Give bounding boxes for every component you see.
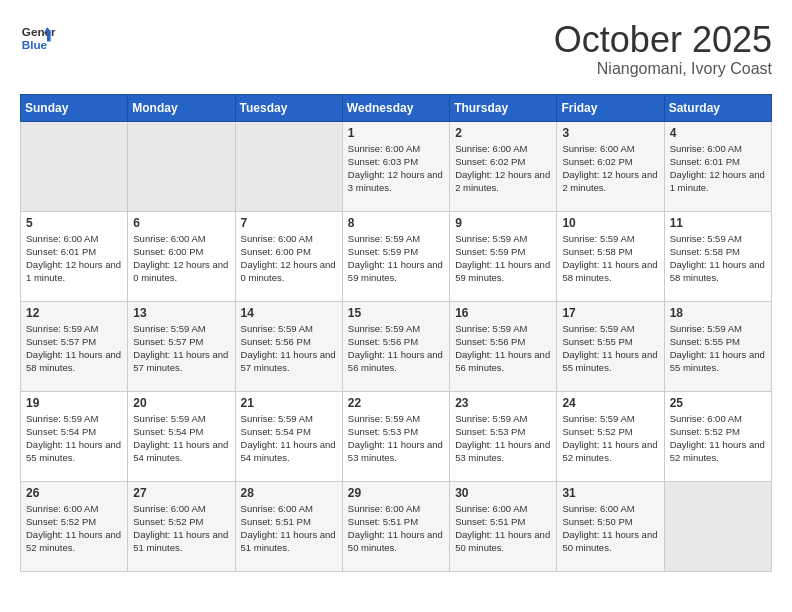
- day-info: Sunrise: 5:59 AM Sunset: 5:54 PM Dayligh…: [241, 412, 337, 465]
- day-info: Sunrise: 5:59 AM Sunset: 5:58 PM Dayligh…: [562, 232, 658, 285]
- day-number: 5: [26, 216, 122, 230]
- week-row-4: 19Sunrise: 5:59 AM Sunset: 5:54 PM Dayli…: [21, 391, 772, 481]
- day-cell: 16Sunrise: 5:59 AM Sunset: 5:56 PM Dayli…: [450, 301, 557, 391]
- day-cell: 20Sunrise: 5:59 AM Sunset: 5:54 PM Dayli…: [128, 391, 235, 481]
- day-cell: 15Sunrise: 5:59 AM Sunset: 5:56 PM Dayli…: [342, 301, 449, 391]
- day-cell: 3Sunrise: 6:00 AM Sunset: 6:02 PM Daylig…: [557, 121, 664, 211]
- day-cell: [235, 121, 342, 211]
- header-monday: Monday: [128, 94, 235, 121]
- logo-icon: General Blue: [20, 20, 56, 56]
- day-cell: [128, 121, 235, 211]
- svg-text:Blue: Blue: [22, 38, 48, 51]
- day-cell: 2Sunrise: 6:00 AM Sunset: 6:02 PM Daylig…: [450, 121, 557, 211]
- day-cell: 24Sunrise: 5:59 AM Sunset: 5:52 PM Dayli…: [557, 391, 664, 481]
- day-cell: 31Sunrise: 6:00 AM Sunset: 5:50 PM Dayli…: [557, 481, 664, 571]
- day-info: Sunrise: 6:00 AM Sunset: 6:02 PM Dayligh…: [562, 142, 658, 195]
- day-info: Sunrise: 6:00 AM Sunset: 5:50 PM Dayligh…: [562, 502, 658, 555]
- day-number: 29: [348, 486, 444, 500]
- day-number: 23: [455, 396, 551, 410]
- header-tuesday: Tuesday: [235, 94, 342, 121]
- day-info: Sunrise: 5:59 AM Sunset: 5:56 PM Dayligh…: [241, 322, 337, 375]
- day-cell: 7Sunrise: 6:00 AM Sunset: 6:00 PM Daylig…: [235, 211, 342, 301]
- day-info: Sunrise: 6:00 AM Sunset: 5:51 PM Dayligh…: [348, 502, 444, 555]
- day-info: Sunrise: 6:00 AM Sunset: 6:00 PM Dayligh…: [241, 232, 337, 285]
- svg-text:General: General: [22, 25, 56, 38]
- day-info: Sunrise: 6:00 AM Sunset: 6:01 PM Dayligh…: [26, 232, 122, 285]
- day-info: Sunrise: 5:59 AM Sunset: 5:54 PM Dayligh…: [26, 412, 122, 465]
- day-info: Sunrise: 6:00 AM Sunset: 5:51 PM Dayligh…: [455, 502, 551, 555]
- day-number: 27: [133, 486, 229, 500]
- day-info: Sunrise: 5:59 AM Sunset: 5:58 PM Dayligh…: [670, 232, 766, 285]
- day-number: 30: [455, 486, 551, 500]
- day-cell: 1Sunrise: 6:00 AM Sunset: 6:03 PM Daylig…: [342, 121, 449, 211]
- day-number: 15: [348, 306, 444, 320]
- day-number: 2: [455, 126, 551, 140]
- day-cell: 12Sunrise: 5:59 AM Sunset: 5:57 PM Dayli…: [21, 301, 128, 391]
- day-number: 11: [670, 216, 766, 230]
- day-cell: 29Sunrise: 6:00 AM Sunset: 5:51 PM Dayli…: [342, 481, 449, 571]
- day-number: 9: [455, 216, 551, 230]
- day-info: Sunrise: 6:00 AM Sunset: 5:52 PM Dayligh…: [26, 502, 122, 555]
- week-row-1: 1Sunrise: 6:00 AM Sunset: 6:03 PM Daylig…: [21, 121, 772, 211]
- day-cell: 10Sunrise: 5:59 AM Sunset: 5:58 PM Dayli…: [557, 211, 664, 301]
- page-header: General Blue October 2025 Niangomani, Iv…: [20, 20, 772, 78]
- calendar-table: SundayMondayTuesdayWednesdayThursdayFrid…: [20, 94, 772, 572]
- day-cell: 18Sunrise: 5:59 AM Sunset: 5:55 PM Dayli…: [664, 301, 771, 391]
- day-cell: 27Sunrise: 6:00 AM Sunset: 5:52 PM Dayli…: [128, 481, 235, 571]
- day-number: 14: [241, 306, 337, 320]
- day-cell: 28Sunrise: 6:00 AM Sunset: 5:51 PM Dayli…: [235, 481, 342, 571]
- day-number: 21: [241, 396, 337, 410]
- week-row-5: 26Sunrise: 6:00 AM Sunset: 5:52 PM Dayli…: [21, 481, 772, 571]
- week-row-2: 5Sunrise: 6:00 AM Sunset: 6:01 PM Daylig…: [21, 211, 772, 301]
- day-number: 17: [562, 306, 658, 320]
- day-cell: 25Sunrise: 6:00 AM Sunset: 5:52 PM Dayli…: [664, 391, 771, 481]
- title-block: October 2025 Niangomani, Ivory Coast: [554, 20, 772, 78]
- day-cell: 5Sunrise: 6:00 AM Sunset: 6:01 PM Daylig…: [21, 211, 128, 301]
- day-info: Sunrise: 6:00 AM Sunset: 5:51 PM Dayligh…: [241, 502, 337, 555]
- day-info: Sunrise: 6:00 AM Sunset: 6:01 PM Dayligh…: [670, 142, 766, 195]
- day-info: Sunrise: 6:00 AM Sunset: 6:02 PM Dayligh…: [455, 142, 551, 195]
- day-cell: 22Sunrise: 5:59 AM Sunset: 5:53 PM Dayli…: [342, 391, 449, 481]
- day-info: Sunrise: 5:59 AM Sunset: 5:54 PM Dayligh…: [133, 412, 229, 465]
- day-number: 10: [562, 216, 658, 230]
- header-sunday: Sunday: [21, 94, 128, 121]
- day-number: 20: [133, 396, 229, 410]
- day-cell: 13Sunrise: 5:59 AM Sunset: 5:57 PM Dayli…: [128, 301, 235, 391]
- calendar-title: October 2025: [554, 20, 772, 60]
- day-number: 18: [670, 306, 766, 320]
- day-info: Sunrise: 5:59 AM Sunset: 5:57 PM Dayligh…: [133, 322, 229, 375]
- day-number: 24: [562, 396, 658, 410]
- day-number: 25: [670, 396, 766, 410]
- day-cell: 30Sunrise: 6:00 AM Sunset: 5:51 PM Dayli…: [450, 481, 557, 571]
- day-info: Sunrise: 5:59 AM Sunset: 5:57 PM Dayligh…: [26, 322, 122, 375]
- day-number: 13: [133, 306, 229, 320]
- day-info: Sunrise: 5:59 AM Sunset: 5:55 PM Dayligh…: [562, 322, 658, 375]
- day-info: Sunrise: 5:59 AM Sunset: 5:55 PM Dayligh…: [670, 322, 766, 375]
- day-number: 22: [348, 396, 444, 410]
- day-info: Sunrise: 5:59 AM Sunset: 5:52 PM Dayligh…: [562, 412, 658, 465]
- week-row-3: 12Sunrise: 5:59 AM Sunset: 5:57 PM Dayli…: [21, 301, 772, 391]
- day-number: 8: [348, 216, 444, 230]
- calendar-header-row: SundayMondayTuesdayWednesdayThursdayFrid…: [21, 94, 772, 121]
- day-number: 19: [26, 396, 122, 410]
- header-friday: Friday: [557, 94, 664, 121]
- day-cell: 11Sunrise: 5:59 AM Sunset: 5:58 PM Dayli…: [664, 211, 771, 301]
- day-number: 4: [670, 126, 766, 140]
- day-cell: 14Sunrise: 5:59 AM Sunset: 5:56 PM Dayli…: [235, 301, 342, 391]
- day-cell: [21, 121, 128, 211]
- day-info: Sunrise: 5:59 AM Sunset: 5:59 PM Dayligh…: [348, 232, 444, 285]
- day-number: 7: [241, 216, 337, 230]
- logo: General Blue: [20, 20, 56, 56]
- day-info: Sunrise: 5:59 AM Sunset: 5:56 PM Dayligh…: [455, 322, 551, 375]
- day-info: Sunrise: 6:00 AM Sunset: 5:52 PM Dayligh…: [670, 412, 766, 465]
- day-cell: 21Sunrise: 5:59 AM Sunset: 5:54 PM Dayli…: [235, 391, 342, 481]
- day-number: 3: [562, 126, 658, 140]
- day-info: Sunrise: 6:00 AM Sunset: 6:00 PM Dayligh…: [133, 232, 229, 285]
- day-number: 1: [348, 126, 444, 140]
- day-number: 26: [26, 486, 122, 500]
- day-info: Sunrise: 5:59 AM Sunset: 5:53 PM Dayligh…: [348, 412, 444, 465]
- day-info: Sunrise: 5:59 AM Sunset: 5:56 PM Dayligh…: [348, 322, 444, 375]
- day-info: Sunrise: 5:59 AM Sunset: 5:53 PM Dayligh…: [455, 412, 551, 465]
- day-cell: 23Sunrise: 5:59 AM Sunset: 5:53 PM Dayli…: [450, 391, 557, 481]
- day-cell: 4Sunrise: 6:00 AM Sunset: 6:01 PM Daylig…: [664, 121, 771, 211]
